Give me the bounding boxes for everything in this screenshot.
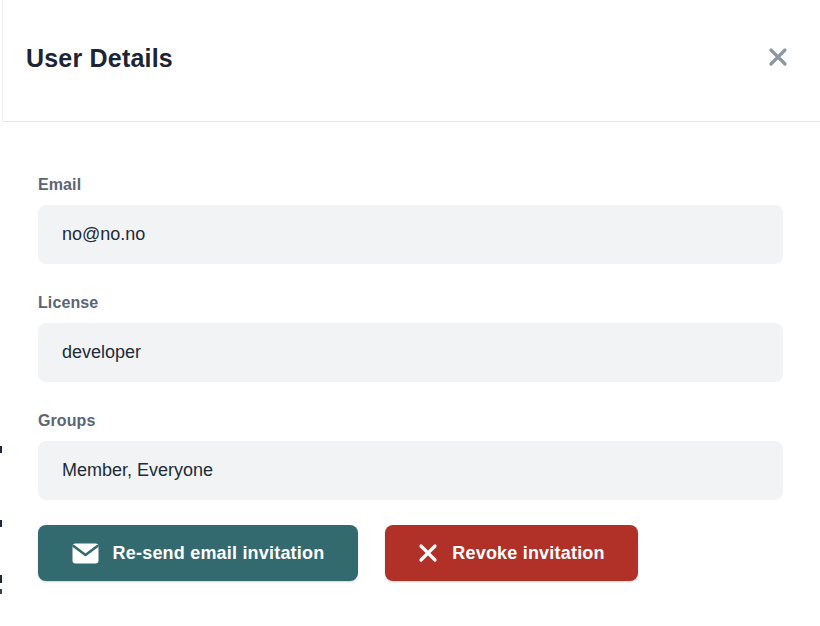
close-button[interactable]	[764, 43, 792, 71]
screen: User Details Email no@no.no License deve…	[0, 0, 820, 626]
groups-field[interactable]: Member, Everyone	[38, 441, 783, 500]
revoke-invitation-button[interactable]: Revoke invitation	[385, 525, 638, 581]
license-label: License	[38, 294, 783, 312]
user-details-modal: User Details Email no@no.no License deve…	[3, 0, 820, 626]
license-field-group: License developer	[38, 294, 783, 382]
modal-header: User Details	[3, 0, 820, 122]
revoke-invitation-label: Revoke invitation	[452, 543, 604, 564]
resend-invitation-label: Re-send email invitation	[113, 543, 325, 564]
license-field[interactable]: developer	[38, 323, 783, 382]
background-text-fragment	[0, 575, 2, 583]
modal-title: User Details	[26, 44, 173, 73]
x-icon	[418, 543, 438, 563]
resend-invitation-button[interactable]: Re-send email invitation	[38, 525, 358, 581]
envelope-icon	[72, 543, 99, 564]
background-text-fragment	[0, 446, 2, 453]
button-row: Re-send email invitation Revoke invitati…	[38, 525, 783, 581]
email-label: Email	[38, 176, 783, 194]
background-text-fragment	[0, 589, 2, 594]
email-field-group: Email no@no.no	[38, 176, 783, 264]
modal-body: Email no@no.no License developer Groups …	[3, 123, 820, 626]
groups-label: Groups	[38, 412, 783, 430]
close-icon	[766, 45, 790, 69]
background-text-fragment	[0, 520, 2, 527]
email-field[interactable]: no@no.no	[38, 205, 783, 264]
groups-field-group: Groups Member, Everyone	[38, 412, 783, 500]
